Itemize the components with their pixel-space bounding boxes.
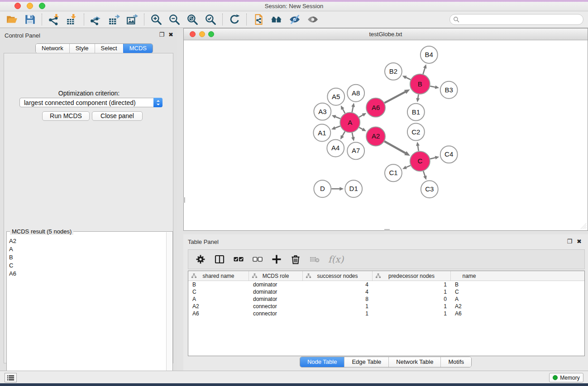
tab-edge-table[interactable]: Edge Table	[344, 357, 388, 367]
table-cell[interactable]: dominator	[249, 288, 303, 295]
table-row[interactable]: A6connector11A6	[188, 310, 584, 317]
float-panel-icon[interactable]: ❐	[159, 31, 164, 38]
export-network-icon[interactable]	[89, 13, 103, 26]
deselect-all-icon[interactable]	[251, 253, 264, 266]
tab-node-table[interactable]: Node Table	[300, 357, 344, 367]
mcds-result-item[interactable]: B	[8, 253, 166, 261]
refresh-layout-icon[interactable]	[228, 13, 241, 26]
edge-A-A1[interactable]	[334, 126, 340, 129]
float-table-panel-icon[interactable]: ❐	[567, 238, 572, 245]
table-cell[interactable]: A	[188, 295, 249, 303]
table-cell[interactable]: A2	[188, 303, 249, 310]
table-cell[interactable]: A6	[188, 310, 249, 317]
table-cell[interactable]: B	[188, 281, 249, 288]
table-row[interactable]: Cdominator41C	[188, 288, 584, 295]
column-header-successor-nodes[interactable]: successor nodes	[303, 271, 373, 281]
table-cell[interactable]: 4	[303, 281, 373, 288]
table-cell[interactable]: 4	[303, 288, 373, 295]
table-cell[interactable]: B	[451, 281, 488, 288]
column-view-icon[interactable]	[213, 253, 226, 266]
zoom-in-icon[interactable]	[149, 13, 163, 26]
task-history-button[interactable]	[5, 373, 17, 382]
search-input[interactable]	[459, 16, 583, 23]
open-session-icon[interactable]	[5, 13, 19, 26]
tab-select[interactable]: Select	[95, 44, 123, 53]
network-canvas[interactable]: B4B2BB3A8A5A6A3B1AA1C2A2A4A7C4CC1DD1C3	[184, 40, 588, 230]
search-field[interactable]	[449, 14, 583, 25]
zoom-selected-icon[interactable]	[204, 13, 217, 26]
zoom-out-icon[interactable]	[167, 13, 181, 26]
table-cell[interactable]: A2	[451, 303, 488, 310]
table-cell[interactable]: 1	[373, 281, 451, 288]
result-list-scrollbar[interactable]	[166, 232, 172, 385]
copy-network-icon[interactable]	[252, 13, 265, 26]
mcds-result-item[interactable]: A2	[8, 237, 166, 245]
table-row[interactable]: Adominator80A	[188, 295, 584, 303]
mcds-result-list[interactable]: A2ABCA6	[8, 237, 166, 384]
mcds-result-item[interactable]: C	[8, 261, 166, 269]
tab-motifs[interactable]: Motifs	[440, 357, 471, 367]
tab-mcds[interactable]: MCDS	[123, 44, 153, 53]
edge-A2-C[interactable]	[384, 141, 406, 153]
show-eye-icon[interactable]	[306, 13, 320, 26]
import-network-icon[interactable]	[47, 13, 61, 26]
table-cell[interactable]: 0	[373, 295, 451, 303]
edge-C-C2[interactable]	[418, 145, 419, 151]
tab-style[interactable]: Style	[69, 44, 95, 53]
import-table-icon[interactable]	[65, 13, 79, 26]
table-cell[interactable]: 1	[303, 303, 373, 310]
edge-B-B4[interactable]	[423, 67, 425, 74]
home-icon[interactable]	[270, 13, 283, 26]
edge-C-C3[interactable]	[423, 171, 425, 177]
table-cell[interactable]: 1	[373, 303, 451, 310]
table-cell[interactable]: dominator	[249, 281, 303, 288]
table-cell[interactable]: A6	[451, 310, 488, 317]
resize-grip-icon[interactable]	[580, 223, 587, 229]
save-session-icon[interactable]	[23, 13, 37, 26]
frame-resize-handle-bottom[interactable]	[384, 229, 390, 231]
run-mcds-button[interactable]: Run MCDS	[42, 111, 90, 121]
select-all-icon[interactable]	[232, 253, 245, 266]
edge-A6-B[interactable]	[384, 91, 406, 103]
delete-column-icon[interactable]	[289, 253, 302, 266]
hide-eye-icon[interactable]	[288, 13, 301, 26]
column-header-predecessor-nodes[interactable]: predecessor nodes	[373, 271, 451, 281]
table-cell[interactable]: 1	[373, 288, 451, 295]
table-cell[interactable]: A	[451, 295, 488, 303]
frame-resize-handle-left[interactable]	[183, 197, 185, 203]
column-header-name[interactable]: name	[451, 271, 488, 281]
table-cell[interactable]: C	[451, 288, 488, 295]
edge-A-A4[interactable]	[342, 132, 345, 137]
settings-gear-icon[interactable]	[194, 253, 207, 266]
mcds-result-item[interactable]: A6	[8, 269, 166, 277]
table-row[interactable]: A2connector11A2	[188, 303, 584, 310]
table-header-row[interactable]: shared nameMCDS rolesuccessor nodesprede…	[188, 271, 584, 281]
add-column-icon[interactable]	[270, 253, 283, 266]
table-cell[interactable]: 1	[373, 310, 451, 317]
close-panel-icon[interactable]: ✖	[168, 31, 173, 38]
zoom-fit-icon[interactable]	[186, 13, 199, 26]
mcds-result-item[interactable]: A	[8, 245, 166, 253]
table-cell[interactable]: connector	[249, 310, 303, 317]
close-panel-button[interactable]: Close panel	[92, 111, 143, 121]
table-cell[interactable]: 8	[303, 295, 373, 303]
export-table-icon[interactable]	[107, 13, 121, 26]
table-cell[interactable]: C	[188, 288, 249, 295]
tab-network[interactable]: Network	[36, 44, 69, 53]
column-header-MCDS-role[interactable]: MCDS role	[249, 271, 303, 281]
tab-network-table[interactable]: Network Table	[388, 357, 440, 367]
export-image-icon[interactable]	[125, 13, 139, 26]
table-cell[interactable]: dominator	[249, 295, 303, 303]
close-table-panel-icon[interactable]: ✖	[577, 238, 582, 245]
optimization-criterion-select[interactable]: largest connected component (directed)	[19, 98, 163, 107]
memory-button[interactable]: Memory	[549, 373, 583, 382]
network-graph[interactable]: B4B2BB3A8A5A6A3B1AA1C2A2A4A7C4CC1DD1C3	[184, 40, 588, 230]
table-cell[interactable]: connector	[249, 303, 303, 310]
edge-C-C4[interactable]	[430, 157, 436, 159]
table-row[interactable]: Bdominator41B	[188, 281, 584, 288]
edge-A-A8[interactable]	[352, 106, 354, 112]
edge-A-A3[interactable]	[335, 116, 340, 119]
column-header-shared-name[interactable]: shared name	[188, 271, 249, 281]
table-cell[interactable]: 1	[303, 310, 373, 317]
network-window-titlebar[interactable]: testGlobe.txt	[184, 29, 588, 40]
